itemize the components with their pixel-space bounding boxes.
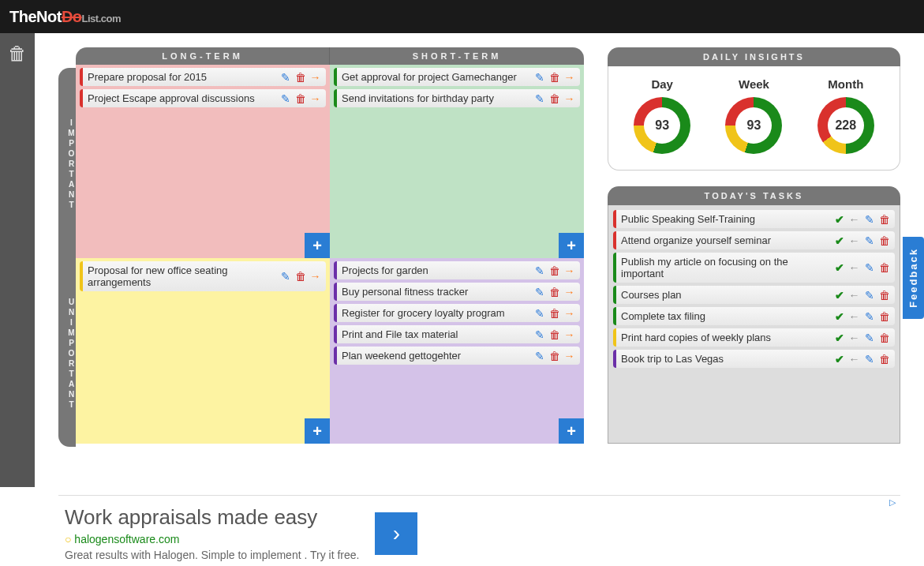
donut-label: Month — [817, 77, 874, 91]
task-item[interactable]: Project Escape approval discussions✎🗑→ — [80, 89, 326, 107]
arrow-left-icon[interactable]: ← — [848, 353, 860, 365]
panel-title: TODAY'S TASKS — [608, 186, 900, 205]
check-icon[interactable]: ✔ — [833, 234, 845, 246]
trash-icon[interactable]: 🗑 — [878, 332, 890, 343]
priority-matrix: IMPORTANT UNIMPORTANT LONG-TERM SHORT-TE… — [58, 47, 584, 473]
trash-icon[interactable]: 🗑 — [878, 353, 890, 365]
today-task-item[interactable]: Publish my article on focusing on the im… — [613, 253, 895, 283]
arrow-left-icon[interactable]: ← — [848, 213, 860, 225]
trash-icon[interactable]: 🗑 — [878, 262, 890, 274]
task-item[interactable]: Send invitations for birthday party✎🗑→ — [334, 89, 580, 107]
pencil-icon[interactable]: ✎ — [533, 307, 545, 319]
pencil-icon[interactable]: ✎ — [863, 213, 875, 225]
pencil-icon[interactable]: ✎ — [533, 92, 545, 104]
add-task-button[interactable]: + — [559, 233, 584, 258]
col-header-longterm: LONG-TERM — [76, 47, 330, 65]
feedback-tab[interactable]: Feedback — [903, 237, 924, 319]
add-task-button[interactable]: + — [559, 418, 584, 444]
pencil-icon[interactable]: ✎ — [863, 310, 875, 322]
trash-icon[interactable]: 🗑 — [548, 264, 560, 276]
pencil-icon[interactable]: ✎ — [533, 350, 545, 362]
pencil-icon[interactable]: ✎ — [533, 71, 545, 83]
quadrant-unimportant-longterm[interactable]: Proposal for new office seating arrangem… — [76, 258, 330, 444]
pencil-icon[interactable]: ✎ — [863, 262, 875, 274]
check-icon[interactable]: ✔ — [833, 289, 845, 301]
task-text: Projects for garden — [342, 264, 530, 276]
arrow-left-icon[interactable]: ← — [848, 310, 860, 322]
donut-chart: 93 — [634, 97, 690, 154]
ad-banner[interactable]: Work appraisals made easy halogensoftwar… — [58, 495, 900, 566]
today-task-item[interactable]: Complete tax filing✔←✎🗑 — [613, 307, 895, 325]
quadrant-important-shortterm[interactable]: Get approval for project Gamechanger✎🗑→S… — [330, 65, 584, 258]
trash-icon[interactable]: 🗑 — [548, 71, 560, 83]
pencil-icon[interactable]: ✎ — [279, 71, 291, 83]
trash-icon[interactable]: 🗑 — [548, 350, 560, 362]
adchoices-icon[interactable]: ▷ — [889, 497, 896, 508]
trash-icon[interactable]: 🗑 — [0, 43, 35, 65]
today-task-item[interactable]: Courses plan✔←✎🗑 — [613, 286, 895, 304]
task-item[interactable]: Prepare proposal for 2015✎🗑→ — [80, 68, 326, 86]
arrow-right-icon[interactable]: → — [563, 286, 575, 298]
ad-arrow-button[interactable]: › — [375, 512, 417, 555]
quadrant-important-longterm[interactable]: Prepare proposal for 2015✎🗑→Project Esca… — [76, 65, 330, 258]
arrow-right-icon[interactable]: → — [563, 328, 575, 340]
today-task-item[interactable]: Attend organize yourself seminar✔←✎🗑 — [613, 231, 895, 249]
arrow-right-icon[interactable]: → — [563, 350, 575, 362]
trash-icon[interactable]: 🗑 — [878, 213, 890, 225]
arrow-right-icon[interactable]: → — [563, 92, 575, 104]
trash-icon[interactable]: 🗑 — [294, 92, 306, 104]
arrow-left-icon[interactable]: ← — [848, 332, 860, 343]
task-item[interactable]: Projects for garden✎🗑→ — [334, 261, 580, 279]
pencil-icon[interactable]: ✎ — [279, 271, 291, 283]
task-item[interactable]: Plan weekend gettogehter✎🗑→ — [334, 347, 580, 365]
task-item[interactable]: Get approval for project Gamechanger✎🗑→ — [334, 68, 580, 86]
trash-icon[interactable]: 🗑 — [548, 328, 560, 340]
task-item[interactable]: Register for grocery loyalty program✎🗑→ — [334, 304, 580, 322]
check-icon[interactable]: ✔ — [833, 310, 845, 322]
task-item[interactable]: Proposal for new office seating arrangem… — [80, 261, 326, 291]
trash-icon[interactable]: 🗑 — [294, 271, 306, 283]
task-text: Courses plan — [621, 289, 830, 301]
pencil-icon[interactable]: ✎ — [863, 332, 875, 343]
task-text: Get approval for project Gamechanger — [342, 71, 530, 83]
arrow-right-icon[interactable]: → — [563, 71, 575, 83]
arrow-left-icon[interactable]: ← — [848, 262, 860, 274]
today-task-item[interactable]: Print hard copies of weekly plans✔←✎🗑 — [613, 328, 895, 347]
trash-icon[interactable]: 🗑 — [878, 234, 890, 246]
trash-icon[interactable]: 🗑 — [548, 286, 560, 298]
arrow-right-icon[interactable]: → — [309, 71, 321, 83]
arrow-right-icon[interactable]: → — [309, 271, 321, 283]
add-task-button[interactable]: + — [305, 418, 330, 444]
pencil-icon[interactable]: ✎ — [533, 328, 545, 340]
today-task-item[interactable]: Book trip to Las Vegas✔←✎🗑 — [613, 350, 895, 368]
check-icon[interactable]: ✔ — [833, 332, 845, 343]
pencil-icon[interactable]: ✎ — [863, 234, 875, 246]
check-icon[interactable]: ✔ — [833, 262, 845, 274]
arrow-right-icon[interactable]: → — [309, 92, 321, 104]
trash-icon[interactable]: 🗑 — [548, 92, 560, 104]
arrow-right-icon[interactable]: → — [563, 264, 575, 276]
trash-icon[interactable]: 🗑 — [878, 289, 890, 301]
task-item[interactable]: Print and File tax material✎🗑→ — [334, 325, 580, 343]
pencil-icon[interactable]: ✎ — [533, 264, 545, 276]
check-icon[interactable]: ✔ — [833, 353, 845, 365]
logo[interactable]: TheNotDoList.com — [9, 8, 121, 26]
trash-icon[interactable]: 🗑 — [548, 307, 560, 319]
pencil-icon[interactable]: ✎ — [863, 289, 875, 301]
pencil-icon[interactable]: ✎ — [533, 286, 545, 298]
ad-url[interactable]: halogensoftware.com — [65, 533, 359, 545]
add-task-button[interactable]: + — [305, 233, 330, 258]
arrow-left-icon[interactable]: ← — [848, 234, 860, 246]
trash-icon[interactable]: 🗑 — [878, 310, 890, 322]
trash-icon[interactable]: 🗑 — [294, 71, 306, 83]
check-icon[interactable]: ✔ — [833, 213, 845, 225]
pencil-icon[interactable]: ✎ — [863, 353, 875, 365]
logo-com: .com — [99, 13, 121, 24]
pencil-icon[interactable]: ✎ — [279, 92, 291, 104]
donut-value: 93 — [747, 118, 761, 133]
quadrant-unimportant-shortterm[interactable]: Projects for garden✎🗑→Buy personal fitne… — [330, 258, 584, 444]
task-item[interactable]: Buy personal fitness tracker✎🗑→ — [334, 283, 580, 301]
today-task-item[interactable]: Public Speaking Self-Training✔←✎🗑 — [613, 210, 895, 228]
arrow-right-icon[interactable]: → — [563, 307, 575, 319]
arrow-left-icon[interactable]: ← — [848, 289, 860, 301]
